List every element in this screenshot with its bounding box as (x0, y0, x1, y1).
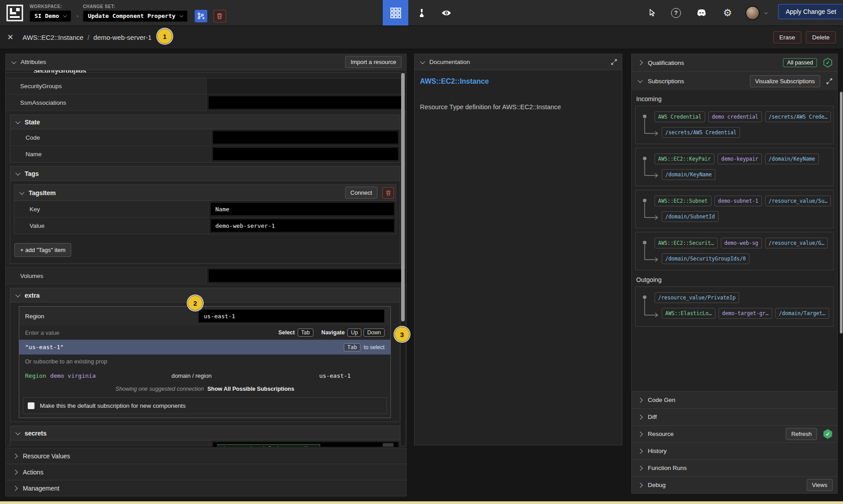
suggestion-component-name: demo virginia (50, 372, 96, 379)
source-path-pill[interactable]: /resource_value/G… (765, 238, 828, 248)
connector-arrow-icon (643, 245, 661, 264)
code-gen-section[interactable]: Code Gen (631, 391, 838, 409)
subscriptions-section-header[interactable]: Subscriptions Visualize Subscriptions (631, 71, 838, 91)
default-subscription-checkbox[interactable] (28, 402, 34, 409)
help-button[interactable]: ? (670, 0, 682, 26)
eye-view-button[interactable] (439, 0, 454, 26)
refresh-button[interactable]: Refresh (786, 428, 817, 440)
eye-icon (441, 9, 452, 17)
target-path-pill[interactable]: /domain/SecurityGroupIds/0 (662, 253, 749, 264)
target-path-pill[interactable]: /domain/Target… (775, 308, 829, 319)
apply-change-set-button[interactable]: Apply Change Set (778, 4, 843, 19)
grid-view-button[interactable] (383, 0, 408, 26)
user-menu[interactable] (745, 0, 761, 26)
key-input[interactable]: Name (210, 202, 394, 216)
source-name-pill[interactable]: demo credential (708, 111, 762, 122)
source-path-pill[interactable]: /resource_value/Su… (765, 196, 831, 206)
value-input[interactable]: demo-web-server-1 (210, 219, 394, 232)
chevron-right-icon (13, 470, 17, 474)
settings-button[interactable]: ⚙ (721, 0, 734, 26)
tags-section-header[interactable]: Tags (10, 167, 400, 181)
secret-value-pill[interactable]: demo credential/demo sandbox (218, 444, 320, 447)
connect-button[interactable]: Connect (345, 187, 377, 199)
right-panel-scrollbar-thumb[interactable] (840, 92, 843, 333)
resource-section[interactable]: Resource Refresh ✓ (631, 425, 838, 443)
select-hint-label: Select (278, 329, 295, 336)
lab-view-button[interactable] (415, 0, 429, 26)
source-path-pill[interactable]: /secrets/AWS Crede… (765, 111, 831, 122)
actions-section[interactable]: Actions (5, 464, 407, 480)
target-path-pill[interactable]: /secrets/AWS Credential (662, 127, 740, 138)
grid-icon (390, 7, 402, 19)
target-name-pill[interactable]: demo-target-gr… (719, 308, 772, 319)
user-menu-chevron[interactable] (762, 0, 770, 26)
attributes-scroll-area[interactable]: SecurityGroupIds SecurityGroups SsmAssoc… (6, 70, 406, 447)
attributes-scrollbar[interactable] (401, 72, 405, 445)
source-type-pill[interactable]: AWS::EC2::KeyPair (655, 154, 715, 164)
aws-credential-input[interactable]: demo credential/demo sandbox ✕ (213, 442, 398, 447)
debug-section[interactable]: Debug Views (631, 476, 838, 494)
si-logo[interactable] (6, 4, 23, 21)
securitygroups-value[interactable] (206, 78, 406, 94)
function-runs-section[interactable]: Function Runs (631, 459, 838, 477)
source-name-pill[interactable]: demo-subnet-1 (715, 196, 762, 206)
suggested-value-option[interactable]: "us-east-1" Tab to select (19, 340, 390, 355)
tags-title: Tags (25, 170, 39, 177)
right-column: Qualifications All passed ✓ Subscription… (631, 54, 838, 497)
abandon-changeset-button[interactable] (214, 10, 226, 22)
management-section[interactable]: Management (5, 480, 407, 496)
close-icon[interactable]: ✕ (7, 33, 13, 42)
visualize-subscriptions-button[interactable]: Visualize Subscriptions (750, 75, 820, 87)
secrets-section-header[interactable]: secrets (10, 426, 400, 440)
tagsitem-header[interactable]: TagsItem Connect (14, 185, 396, 201)
clear-secret-icon[interactable]: ✕ (383, 443, 394, 447)
discord-button[interactable] (695, 0, 708, 26)
resource-values-section[interactable]: Resource Values (5, 448, 407, 464)
region-input[interactable]: us-east-1 (198, 309, 385, 323)
subscription-suggestion-row[interactable]: Region demo virginia domain / region us-… (19, 368, 390, 383)
show-all-subscriptions-link[interactable]: Show All Possible Subscriptions (207, 386, 294, 392)
attributes-panel-header[interactable]: Attributes Import a resource (6, 54, 406, 70)
import-resource-button[interactable]: Import a resource (345, 56, 402, 68)
ssmassociations-input[interactable] (208, 96, 405, 109)
extra-section-header[interactable]: extra (10, 288, 400, 303)
history-section[interactable]: History (631, 442, 838, 460)
expand-icon[interactable] (611, 59, 617, 65)
delete-tagsitem-button[interactable] (382, 187, 394, 199)
extra-section: extra Region us-east-1 Enter a value Sel… (10, 288, 400, 422)
qualifications-section-header[interactable]: Qualifications All passed ✓ (631, 54, 838, 72)
documentation-panel-header[interactable]: Documentation (415, 54, 622, 70)
create-changeset-button[interactable] (195, 10, 207, 22)
state-section-header[interactable]: State (10, 115, 400, 129)
erase-button[interactable]: Erase (773, 31, 801, 43)
source-type-pill[interactable]: AWS::EC2::Securit… (655, 238, 718, 248)
diff-section[interactable]: Diff (631, 408, 838, 426)
state-section: State Code Name (10, 115, 400, 162)
name-input[interactable] (213, 147, 398, 161)
chevron-down-icon (15, 119, 20, 124)
target-path-pill[interactable]: /domain/KeyName (662, 169, 715, 180)
attribute-row-name: Name (10, 146, 400, 162)
connector-arrow-icon (643, 299, 661, 319)
cursor-tool-button[interactable] (646, 0, 658, 26)
function-runs-label: Function Runs (648, 465, 687, 471)
expand-icon[interactable] (826, 78, 833, 85)
target-type-pill[interactable]: AWS::ElasticLo… (662, 308, 715, 319)
add-tags-item-button[interactable]: + add "Tags" item (14, 243, 71, 257)
changeset-select[interactable]: Update Component Property (83, 10, 188, 22)
source-type-pill[interactable]: AWS::EC2::Subnet (655, 196, 711, 206)
source-type-pill[interactable]: AWS Credential (655, 111, 705, 122)
source-path-pill[interactable]: /resource_value/PrivateIp (655, 292, 739, 303)
workspace-select[interactable]: SI Demo (30, 10, 71, 22)
delete-button[interactable]: Delete (806, 31, 836, 43)
source-path-pill[interactable]: /domain/KeyName (765, 154, 819, 164)
attributes-scrollbar-thumb[interactable] (401, 73, 405, 321)
source-name-pill[interactable]: demo-web-sg (721, 238, 762, 248)
code-input[interactable] (213, 131, 398, 144)
volumes-input[interactable] (208, 269, 405, 282)
target-path-pill[interactable]: /domain/SubnetId (662, 211, 719, 222)
documentation-paragraph: Resource Type definition for AWS::EC2::I… (420, 103, 616, 111)
flask-icon (417, 8, 427, 18)
source-name-pill[interactable]: demo-keypair (718, 154, 762, 164)
views-button[interactable]: Views (807, 479, 833, 491)
